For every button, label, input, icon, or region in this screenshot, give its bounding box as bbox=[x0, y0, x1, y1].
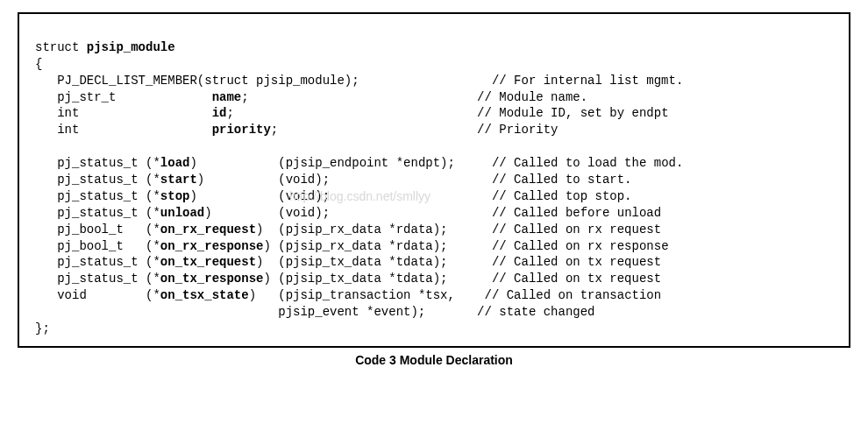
code-block: http://blog.csdn.net/smllyystruct pjsip_… bbox=[19, 23, 849, 337]
code-line: struct bbox=[35, 40, 87, 54]
code-line: PJ_DECL_LIST_MEMBER(struct pjsip_module)… bbox=[35, 74, 683, 88]
code-line: int bbox=[35, 106, 212, 120]
code-line: pj_bool_t (* bbox=[35, 239, 160, 253]
code-line: ) (pjsip_transaction *tsx, // Called on … bbox=[249, 288, 661, 302]
code-bold: on_rx_request bbox=[160, 223, 256, 237]
code-line: ) (pjsip_endpoint *endpt); // Called to … bbox=[189, 156, 683, 170]
code-line: }; bbox=[35, 321, 50, 336]
code-bold: on_tx_request bbox=[160, 255, 256, 269]
code-bold: id bbox=[212, 106, 227, 120]
code-line: pj_status_t (* bbox=[35, 272, 160, 286]
code-line: pjsip_event *event); // state changed bbox=[35, 305, 595, 319]
code-bold: unload bbox=[160, 206, 204, 220]
code-line: void (* bbox=[35, 288, 160, 302]
code-line: pj_str_t bbox=[35, 90, 212, 104]
code-line: ) (pjsip_tx_data *tdata); // Called on t… bbox=[263, 272, 661, 286]
code-bold: priority bbox=[212, 123, 271, 137]
code-line: pj_bool_t (* bbox=[35, 223, 160, 237]
code-bold: pjsip_module bbox=[87, 40, 175, 54]
code-line: pj_status_t (* bbox=[35, 206, 160, 220]
code-bold: load bbox=[160, 156, 190, 170]
code-line: ) (void); // Called to start. bbox=[197, 173, 632, 187]
code-bold: stop bbox=[160, 189, 190, 203]
code-box: http://blog.csdn.net/smllyystruct pjsip_… bbox=[18, 12, 850, 348]
code-line: pj_status_t (* bbox=[35, 255, 160, 269]
code-line: ) (void); // Called before unload bbox=[204, 206, 661, 220]
page-wrap: http://blog.csdn.net/smllyystruct pjsip_… bbox=[0, 0, 868, 372]
code-line: ) (void); // Called top stop. bbox=[189, 189, 631, 203]
code-line: ; // Module name. bbox=[241, 90, 587, 104]
code-line: int bbox=[35, 123, 212, 137]
code-line: { bbox=[35, 57, 42, 71]
code-caption: Code 3 Module Declaration bbox=[18, 353, 850, 367]
code-line: ) (pjsip_tx_data *tdata); // Called on t… bbox=[256, 255, 661, 269]
code-line: ) (pjsip_rx_data *rdata); // Called on r… bbox=[263, 239, 668, 253]
code-bold: on_tsx_state bbox=[160, 288, 249, 302]
code-line: ; // Priority bbox=[271, 123, 559, 137]
code-line: pj_status_t (* bbox=[35, 156, 160, 170]
code-bold: start bbox=[160, 173, 197, 187]
code-line: pj_status_t (* bbox=[35, 189, 160, 203]
code-bold: on_rx_response bbox=[160, 239, 264, 253]
code-bold: name bbox=[212, 90, 242, 104]
code-line: pj_status_t (* bbox=[35, 173, 160, 187]
code-line: ; // Module ID, set by endpt bbox=[226, 106, 668, 120]
code-line: ) (pjsip_rx_data *rdata); // Called on r… bbox=[256, 223, 661, 237]
code-bold: on_tx_response bbox=[160, 272, 264, 286]
